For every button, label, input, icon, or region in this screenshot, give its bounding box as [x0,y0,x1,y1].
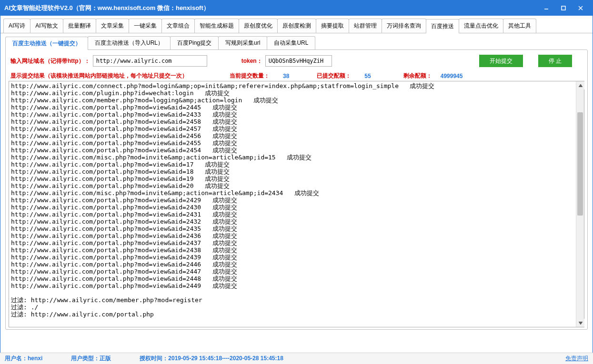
sub-tabs: 百度主动推送（一键提交）百度主动推送（导入URL）百度Ping提交写规则采集ur… [0,33,593,49]
main-tab-2[interactable]: 批量翻译 [63,19,96,33]
current-count-value: 38 [283,73,289,79]
scrollbar-thumb[interactable] [577,112,583,216]
close-button[interactable] [573,3,589,13]
status-bar: 用户名：henxi 用户类型：正版 授权时间：2019-05-29 15:45:… [0,353,593,364]
url-input[interactable] [93,55,207,67]
main-tab-4[interactable]: 一键采集 [129,19,162,33]
submitted-quota-value: 55 [364,73,371,79]
sub-tab-3[interactable]: 写规则采集url [218,36,267,49]
submitted-quota-label: 已提交配额： [317,72,351,80]
svg-marker-4 [579,84,583,87]
sub-tab-1[interactable]: 百度主动推送（导入URL） [88,36,171,49]
main-tabs: AI写诗AI写散文批量翻译文章采集一键采集文章组合智能生成标题原创度优化原创度检… [0,16,593,33]
content-panel: 输入网址域名（记得带http）： token： 开始提交 停 止 显示提交结果（… [5,49,588,330]
main-tab-7[interactable]: 原创度优化 [239,19,278,33]
main-tab-9[interactable]: 摘要提取 [316,19,349,33]
start-submit-button[interactable]: 开始提交 [479,55,523,67]
main-tab-5[interactable]: 文章组合 [161,19,195,33]
scrollbar-track[interactable] [576,89,584,319]
scroll-up-button[interactable] [576,81,584,89]
sub-tab-4[interactable]: 自动采集URL [267,36,315,49]
main-tab-10[interactable]: 站群管理 [349,19,382,33]
main-tab-0[interactable]: AI写诗 [3,19,30,33]
auth-time-label: 授权时间：2019-05-29 15:45:18----2020-05-28 1… [140,354,283,363]
log-container: http://www.ailyric.com/connect.php?mod=l… [9,81,584,327]
remaining-quota-value: 4999945 [441,73,463,79]
maximize-button[interactable] [555,3,572,13]
scroll-down-button[interactable] [576,319,584,327]
main-tab-8[interactable]: 原创度检测 [277,19,316,33]
main-tab-14[interactable]: 其他工具 [503,19,536,33]
input-row: 输入网址域名（记得带http）： token： 开始提交 停 止 [9,55,584,67]
token-label: token： [241,57,262,65]
titlebar: AI文章智能处理软件V2.0（官网：www.henxisoft.com 微信：h… [0,0,593,16]
window-controls [538,3,589,13]
vertical-scrollbar[interactable] [576,81,584,327]
sub-tab-0[interactable]: 百度主动推送（一键提交） [5,37,88,50]
minimize-button[interactable] [538,3,554,13]
main-tab-3[interactable]: 文章采集 [96,19,129,33]
window-title: AI文章智能处理软件V2.0（官网：www.henxisoft.com 微信：h… [4,4,538,12]
stop-button[interactable]: 停 止 [538,55,572,67]
disclaimer-link[interactable]: 免责声明 [565,354,588,363]
current-count-label: 当前提交数量： [230,72,270,80]
remaining-quota-label: 剩余配额： [403,72,432,80]
svg-marker-5 [579,322,583,325]
main-tab-12[interactable]: 百度推送 [426,19,459,33]
log-output[interactable]: http://www.ailyric.com/connect.php?mod=l… [9,81,576,327]
main-tab-13[interactable]: 流量点击优化 [459,19,503,33]
url-label: 输入网址域名（记得带http）： [10,57,90,65]
usertype-label: 用户类型：正版 [71,354,111,363]
main-tab-6[interactable]: 智能生成标题 [194,19,239,33]
sub-tab-2[interactable]: 百度Ping提交 [170,36,219,49]
result-label: 显示提交结果（该模块推送网站内部链接地址，每个地址只提交一次） [10,72,188,80]
stats-row: 显示提交结果（该模块推送网站内部链接地址，每个地址只提交一次） 当前提交数量： … [9,72,584,80]
username-label: 用户名：henxi [5,354,42,363]
token-input[interactable] [265,55,332,67]
svg-rect-1 [562,6,565,10]
main-tab-1[interactable]: AI写散文 [30,19,63,33]
main-tab-11[interactable]: 万词排名查询 [382,19,426,33]
